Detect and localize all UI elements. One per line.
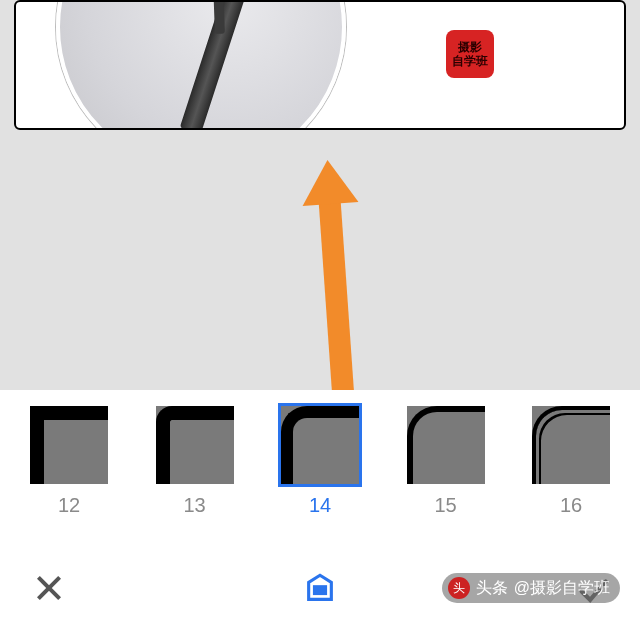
frame-label: 12: [58, 494, 80, 517]
frame-option-14[interactable]: 14: [273, 406, 367, 517]
source-watermark: 头 头条 @摄影自学班: [442, 573, 620, 603]
svg-rect-0: [313, 585, 327, 595]
frame-thumb: [30, 406, 108, 484]
stamp-line2: 自学班: [452, 54, 488, 68]
frame-label: 14: [309, 494, 331, 517]
preview-area: 摄影 自学班: [0, 0, 640, 140]
frames-panel: 12 13 14 15 16: [0, 390, 640, 617]
branch-graphic: [180, 0, 263, 130]
annotation-arrow-head: [300, 158, 359, 206]
preview-card: 摄影 自学班: [14, 0, 626, 130]
frame-thumb: [407, 406, 485, 484]
frames-row: 12 13 14 15 16: [0, 390, 640, 523]
frame-thumb: [156, 406, 234, 484]
cancel-button[interactable]: [34, 573, 64, 603]
frame-icon: [303, 571, 337, 605]
frame-label: 16: [560, 494, 582, 517]
watermark-prefix: 头条: [476, 578, 508, 599]
toutiao-icon: 头: [448, 577, 470, 599]
frame-option-12[interactable]: 12: [22, 406, 116, 517]
frame-thumb: [532, 406, 610, 484]
stamp-line1: 摄影: [458, 40, 482, 54]
frame-option-15[interactable]: 15: [399, 406, 493, 517]
photo-circle: [56, 0, 346, 130]
frame-label: 15: [434, 494, 456, 517]
watermark-stamp: 摄影 自学班: [446, 30, 494, 78]
frame-option-16[interactable]: 16: [524, 406, 618, 517]
watermark-author: @摄影自学班: [514, 578, 610, 599]
frame-thumb-selected: [281, 406, 359, 484]
frame-option-13[interactable]: 13: [148, 406, 242, 517]
frame-label: 13: [183, 494, 205, 517]
frame-style-toggle[interactable]: [303, 571, 337, 605]
